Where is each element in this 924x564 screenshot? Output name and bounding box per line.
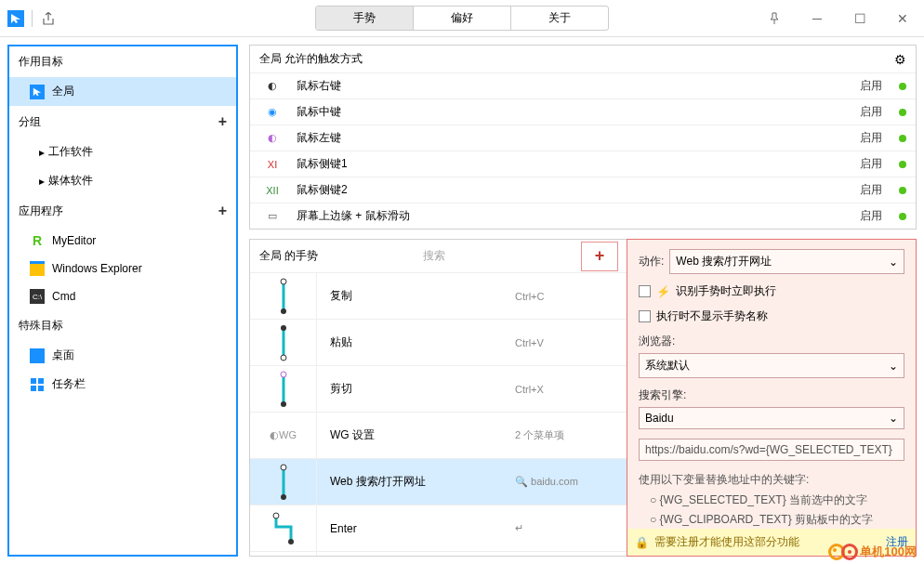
status-dot-icon [899,161,906,168]
svg-point-5 [281,279,286,284]
folder-icon [30,261,45,276]
lightning-icon: ⚡ [656,285,670,298]
trigger-indicator-icon: XI [259,159,285,170]
divider [32,10,33,27]
minimize-button[interactable]: ─ [796,0,838,37]
chevron-down-icon: ⌄ [889,256,898,269]
svg-point-15 [281,494,286,500]
svg-rect-3 [38,386,44,391]
gesture-shape-icon [250,273,317,319]
taskbar-icon [30,377,45,392]
trigger-indicator-icon: ◉ [259,106,285,118]
browser-label: 浏览器: [639,334,904,349]
sidebar-app-item[interactable]: Windows Explorer [9,255,236,282]
trigger-name: 鼠标左键 [297,130,849,146]
trigger-row[interactable]: ◐ 鼠标左键 启用 [250,125,916,151]
status-dot-icon [899,187,906,194]
sidebar-special-taskbar[interactable]: 任务栏 [9,370,236,399]
gesture-name: Web 搜索/打开网址 [317,474,515,490]
trigger-name: 屏幕上边缘 + 鼠标滑动 [297,208,849,224]
trigger-name: 鼠标中键 [297,104,849,120]
gesture-shortcut: ↵ [515,522,627,534]
checkbox-hide-name[interactable] [639,310,651,322]
gesture-item[interactable]: 粘贴并 Enter Ctrl+V ↵ [250,551,627,556]
svg-point-12 [281,401,286,407]
engine-select[interactable]: Baidu ⌄ [639,407,904,429]
checkbox-immediate[interactable] [639,285,651,297]
svg-point-16 [273,513,279,518]
add-app-button[interactable]: + [218,203,227,219]
titlebar: 手势 偏好 关于 ─ ☐ ✕ [0,0,924,37]
main-tabs: 手势 偏好 关于 [315,6,609,31]
svg-point-9 [281,325,286,331]
trigger-row[interactable]: XII 鼠标侧键2 启用 [250,177,916,203]
sidebar-special-desktop[interactable]: 桌面 [9,341,236,370]
action-label: 动作: [639,254,664,269]
sidebar-app-item[interactable]: C:\ Cmd [9,282,236,310]
gesture-item[interactable]: Enter ↵ [250,505,627,551]
trigger-status: 启用 [860,208,882,224]
groups-header: 分组 + [9,106,236,138]
gesture-item[interactable]: ◐WG WG 设置 2 个菜单项 [250,412,627,458]
trigger-indicator-icon: XII [259,185,285,196]
close-button[interactable]: ✕ [881,0,924,37]
chevron-down-icon: ⌄ [889,412,898,425]
pin-button[interactable] [753,0,796,37]
special-header: 特殊目标 [9,310,236,341]
gesture-shape-icon [250,459,317,505]
gesture-name: 剪切 [317,381,515,397]
trigger-status: 启用 [860,156,882,172]
gesture-name: 粘贴 [317,334,515,350]
trigger-name: 鼠标侧键1 [297,156,849,172]
status-dot-icon [899,213,906,220]
search-input[interactable]: 搜索 [360,245,508,267]
maximize-button[interactable]: ☐ [838,0,881,37]
svg-point-14 [281,465,286,470]
gesture-shortcut: Ctrl+C [515,291,627,302]
gesture-name: 复制 [317,288,515,304]
url-input[interactable]: https://baidu.com/s?wd={WG_SELECTED_TEXT… [639,439,904,461]
share-icon[interactable] [40,10,57,27]
gesture-item[interactable]: 粘贴 Ctrl+V [250,319,627,365]
trigger-status: 启用 [860,78,882,94]
gesture-item[interactable]: 剪切 Ctrl+X [250,365,627,412]
trigger-row[interactable]: XI 鼠标侧键1 启用 [250,151,916,177]
gesture-shortcut: Ctrl+V [515,337,627,348]
app-icon-myeditor: R [30,233,45,248]
trigger-row[interactable]: ◐ 鼠标右键 启用 [250,72,916,98]
gear-icon[interactable]: ⚙ [894,52,906,67]
cmd-icon: C:\ [30,289,45,304]
trigger-name: 鼠标右键 [297,78,849,94]
app-icon [7,10,24,27]
tab-preferences[interactable]: 偏好 [414,7,511,30]
sidebar: 作用目标 全局 分组 + ▸工作软件 ▸媒体软件 应用程序 + R MyEdit… [7,45,238,557]
sidebar-item-global[interactable]: 全局 [9,77,236,106]
add-group-button[interactable]: + [218,113,227,130]
gesture-item[interactable]: Web 搜索/打开网址 🔍 baidu.com [250,458,627,505]
sidebar-app-item[interactable]: R MyEditor [9,227,236,255]
targets-header: 作用目标 [9,46,236,77]
svg-point-8 [281,355,286,361]
gesture-item[interactable]: 复制 Ctrl+C [250,272,627,319]
add-gesture-button[interactable]: + [581,242,618,271]
tab-about[interactable]: 关于 [511,7,608,30]
svg-rect-1 [38,378,44,384]
trigger-row[interactable]: ◉ 鼠标中键 启用 [250,98,916,125]
trigger-row[interactable]: ▭ 屏幕上边缘 + 鼠标滑动 启用 [250,203,916,229]
browser-select[interactable]: 系统默认 ⌄ [639,353,904,378]
svg-rect-0 [31,378,36,384]
svg-rect-2 [31,386,36,391]
sidebar-group-item[interactable]: ▸工作软件 [9,138,236,166]
register-link[interactable]: 注册 [886,534,908,550]
gesture-shape-icon [250,320,317,365]
status-dot-icon [899,109,906,116]
action-select[interactable]: Web 搜索/打开网址 ⌄ [669,249,904,274]
svg-point-11 [281,372,286,377]
status-dot-icon [899,83,906,90]
chevron-down-icon: ⌄ [889,360,898,373]
gesture-name: WG 设置 [317,427,515,443]
tab-gestures[interactable]: 手势 [316,7,414,30]
gesture-shape-icon [250,505,317,551]
gestures-title: 全局 的手势 [259,248,318,264]
sidebar-group-item[interactable]: ▸媒体软件 [9,166,236,195]
